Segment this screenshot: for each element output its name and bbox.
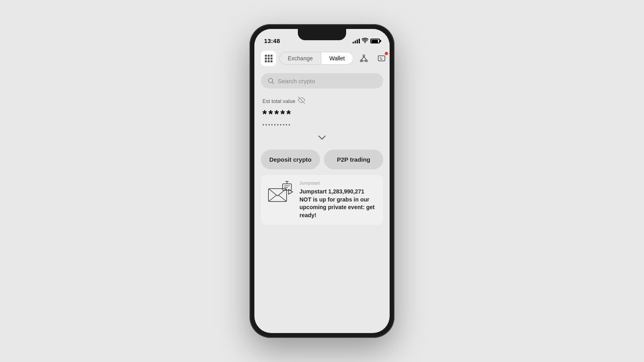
svg-rect-13 — [283, 184, 291, 190]
tab-exchange[interactable]: Exchange — [279, 52, 321, 65]
search-icon — [267, 77, 275, 84]
deposit-crypto-button[interactable]: Deposit crypto — [261, 150, 320, 169]
balance-dots: •••••••••• — [262, 122, 382, 128]
status-time: 13:48 — [264, 37, 280, 44]
svg-point-0 — [363, 55, 365, 57]
wallet-section: Est total value ***** •••••••••• — [254, 93, 390, 148]
app-content: Exchange Wallet — [254, 47, 390, 333]
nav-tabs: Exchange Wallet — [279, 52, 353, 65]
network-icon-button[interactable] — [357, 51, 371, 66]
p2p-trading-button[interactable]: P2P trading — [324, 150, 383, 169]
jumpstart-label: Jumpstart — [299, 181, 378, 185]
envelope-illustration — [266, 181, 295, 209]
svg-line-11 — [268, 195, 277, 202]
est-total-label-row: Est total value — [262, 97, 382, 105]
grid-menu-button[interactable] — [261, 51, 276, 66]
balance-stars: ***** — [262, 108, 382, 121]
svg-line-8 — [272, 82, 274, 84]
grid-dots-icon — [265, 55, 272, 62]
tab-wallet[interactable]: Wallet — [321, 52, 353, 65]
phone-screen: 13:48 — [254, 29, 390, 333]
svg-line-4 — [364, 57, 366, 60]
battery-icon — [370, 39, 380, 43]
jumpstart-content: Jumpstart Jumpstart 1,283,990,271 NOT is… — [299, 181, 378, 219]
chevron-row[interactable] — [262, 132, 382, 146]
svg-line-3 — [361, 57, 363, 60]
search-bar[interactable]: Search crypto — [261, 73, 383, 88]
status-icons — [353, 38, 380, 44]
chevron-down-icon — [318, 134, 326, 142]
est-label-text: Est total value — [262, 98, 295, 104]
jumpstart-section: Jumpstart Jumpstart 1,283,990,271 NOT is… — [261, 175, 383, 225]
svg-line-12 — [279, 195, 287, 202]
notification-badge — [385, 52, 388, 55]
notch — [298, 29, 346, 40]
action-buttons: Deposit crypto P2P trading — [254, 148, 390, 175]
jumpstart-text: Jumpstart 1,283,990,271 NOT is up for gr… — [299, 188, 378, 219]
message-icon-button[interactable] — [374, 51, 389, 66]
header-nav: Exchange Wallet — [254, 47, 390, 70]
svg-point-7 — [268, 78, 273, 83]
svg-rect-6 — [378, 56, 385, 61]
header-actions — [357, 51, 389, 66]
eye-off-icon[interactable] — [298, 97, 305, 105]
phone-wrapper: 13:48 — [250, 24, 394, 338]
signal-icon — [353, 39, 360, 43]
search-placeholder-text: Search crypto — [278, 78, 315, 84]
wifi-icon — [362, 38, 368, 44]
search-container: Search crypto — [254, 70, 390, 93]
